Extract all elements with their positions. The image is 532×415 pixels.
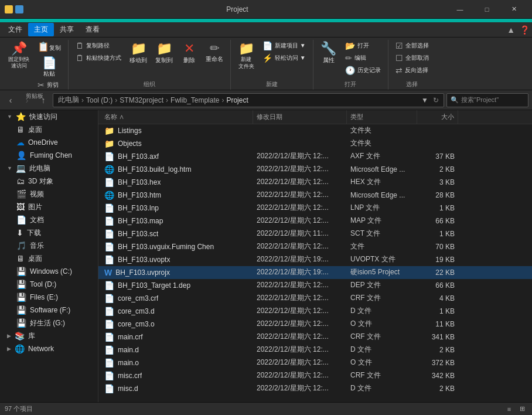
- paste-shortcut-button[interactable]: 🗒 粘贴快捷方式: [72, 52, 125, 64]
- table-row[interactable]: 📄 BH_F103.uvguix.Fuming Chen 2022/2/12/星…: [98, 240, 532, 253]
- move-to-button[interactable]: 📁 移动到: [126, 40, 151, 66]
- file-size-cell: 341 KB: [417, 333, 458, 341]
- view-detail-button[interactable]: ⊞: [517, 404, 527, 414]
- sidebar-item-onedrive[interactable]: ☁ OneDrive: [0, 136, 98, 149]
- delete-icon: ✕: [184, 42, 195, 55]
- back-button[interactable]: ‹: [4, 93, 18, 107]
- table-row[interactable]: 📄 main.d 2022/2/12/星期六 12:... D 文件 2 KB: [98, 343, 532, 356]
- sidebar-item-network[interactable]: ▶ 🌐 Network: [0, 342, 98, 355]
- table-row[interactable]: 📄 BH_F103.lnp 2022/2/12/星期六 12:... LNP 文…: [98, 202, 532, 215]
- file-date-cell: 2022/2/12/星期六 12:...: [253, 216, 347, 226]
- address-bar[interactable]: 此电脑 › Tool (D:) › STM32project › Fwlib_T…: [53, 93, 444, 107]
- edit-button[interactable]: ✏ 编辑: [342, 52, 384, 64]
- select-none-button[interactable]: ☐ 全部取消: [392, 52, 432, 64]
- sidebar-item-videos[interactable]: 🎬 视频: [0, 188, 98, 200]
- sidebar-item-3d-objects[interactable]: 🗂 3D 对象: [0, 175, 98, 188]
- sidebar-item-desktop2[interactable]: 🖥 桌面: [0, 252, 98, 265]
- maximize-button[interactable]: □: [473, 0, 500, 19]
- col-header-type[interactable]: 类型: [347, 110, 417, 124]
- close-button[interactable]: ✕: [500, 0, 527, 19]
- copy-to-button[interactable]: 📁 复制到: [152, 40, 176, 66]
- breadcrumb-pc[interactable]: 此电脑: [58, 95, 79, 105]
- paste-button[interactable]: 📄 粘贴: [34, 56, 64, 79]
- minimize-button[interactable]: —: [446, 0, 473, 19]
- refresh-icon[interactable]: ↻: [433, 96, 439, 104]
- sidebar-item-desktop[interactable]: 🖥 桌面: [0, 123, 98, 136]
- sidebar-item-software-f[interactable]: 💾 Software (F:): [0, 304, 98, 317]
- menu-view[interactable]: 查看: [80, 23, 105, 36]
- breadcrumb-project[interactable]: Project: [226, 96, 248, 104]
- sidebar-item-life-g[interactable]: 💾 好生活 (G:): [0, 317, 98, 329]
- invert-selection-button[interactable]: ⇄ 反向选择: [392, 64, 432, 76]
- table-row[interactable]: 📄 core_cm3.crf 2022/2/12/星期六 12:... CRF …: [98, 292, 532, 305]
- col-header-name[interactable]: 名称 ∧: [101, 110, 253, 124]
- new-item-button[interactable]: 📄 新建项目 ▼: [259, 40, 309, 52]
- table-row[interactable]: 📄 misc.d 2022/2/12/星期六 12:... D 文件 2 KB: [98, 382, 532, 395]
- table-row[interactable]: 📁 Objects 文件夹: [98, 137, 532, 150]
- breadcrumb-tool[interactable]: Tool (D:): [86, 96, 112, 104]
- menu-home[interactable]: 主页: [28, 23, 54, 36]
- table-row[interactable]: 📄 BH_F103.map 2022/2/12/星期六 12:... MAP 文…: [98, 215, 532, 227]
- col-header-size[interactable]: 大小: [417, 110, 458, 124]
- properties-button[interactable]: 🔧 属性: [317, 40, 340, 66]
- history-icon: 🕐: [345, 66, 355, 75]
- table-row[interactable]: 📄 misc.crf 2022/2/12/星期六 12:... CRF 文件 3…: [98, 369, 532, 382]
- table-row[interactable]: 📄 BH_F103.uvoptx 2022/2/12/星期六 19:... UV…: [98, 253, 532, 266]
- file-body: 📁 Listings 文件夹 📁 Objects 文件夹 📄 BH_F103.a…: [98, 124, 532, 402]
- copy-path-button[interactable]: 🗒 复制路径: [72, 40, 125, 52]
- table-row[interactable]: 📁 Listings 文件夹: [98, 124, 532, 137]
- forward-button[interactable]: ›: [20, 93, 34, 107]
- menu-share[interactable]: 共享: [54, 23, 80, 36]
- delete-button[interactable]: ✕ 删除: [178, 40, 201, 66]
- view-list-button[interactable]: ≡: [504, 404, 514, 414]
- breadcrumb-fwlib[interactable]: Fwlib_Template: [170, 96, 219, 104]
- file-type-cell: Microsoft Edge ...: [347, 191, 417, 199]
- select-label: 选择: [392, 79, 432, 90]
- table-row[interactable]: W BH_F103.uvprojx 2022/2/12/星期六 19:... 硬…: [98, 266, 532, 279]
- select-all-button[interactable]: ☑ 全部选择: [392, 40, 432, 52]
- sidebar-item-pictures[interactable]: 🖼 图片: [0, 200, 98, 213]
- sidebar-item-downloads[interactable]: ⬇ 下载: [0, 226, 98, 239]
- sidebar-item-quick-access[interactable]: ▼ ⭐ 快速访问: [0, 110, 98, 123]
- table-row[interactable]: 📄 main.o 2022/2/12/星期六 12:... O 文件 372 K…: [98, 356, 532, 369]
- menu-file[interactable]: 文件: [2, 23, 28, 36]
- quick-access-icon: ⭐: [16, 112, 26, 121]
- sidebar-item-library[interactable]: ▶ 📚 库: [0, 329, 98, 342]
- sidebar-item-this-pc[interactable]: ▼ 💻 此电脑: [0, 162, 98, 175]
- ribbon-collapse-icon[interactable]: ▲: [507, 25, 515, 35]
- clipboard-buttons: 📌 固定到快速访问 📋 复制 📄 粘贴 ✂ 剪切: [5, 40, 64, 91]
- table-row[interactable]: 📄 BH_F103.hex 2022/2/12/星期六 12:... HEX 文…: [98, 176, 532, 189]
- table-row[interactable]: 📄 BH_F103.axf 2022/2/12/星期六 12:... AXF 文…: [98, 150, 532, 163]
- file-name: BH_F103.htm: [118, 191, 161, 199]
- col-header-date[interactable]: 修改日期: [253, 110, 347, 124]
- sidebar-item-windows-c[interactable]: 💾 Windows (C:): [0, 265, 98, 278]
- cut-button[interactable]: ✂ 剪切: [34, 79, 64, 91]
- search-icon: 🔍: [451, 96, 459, 104]
- file-type-cell: D 文件: [347, 383, 417, 393]
- table-row[interactable]: 📄 core_cm3.o 2022/2/12/星期六 12:... O 文件 1…: [98, 318, 532, 331]
- pin-to-quick-access-button[interactable]: 📌 固定到快速访问: [5, 40, 33, 72]
- table-row[interactable]: 📄 BH_F103.sct 2022/2/12/星期六 11:... SCT 文…: [98, 227, 532, 240]
- table-row[interactable]: 📄 main.crf 2022/2/12/星期六 12:... CRF 文件 3…: [98, 331, 532, 343]
- sidebar-item-documents[interactable]: 📄 文档: [0, 213, 98, 226]
- new-folder-button[interactable]: 📁 新建文件夹: [234, 40, 258, 72]
- table-row[interactable]: 📄 core_cm3.d 2022/2/12/星期六 12:... D 文件 1…: [98, 305, 532, 318]
- sidebar-item-files-e[interactable]: 💾 Files (E:): [0, 291, 98, 304]
- history-button[interactable]: 🕐 历史记录: [342, 64, 384, 76]
- help-icon[interactable]: ❓: [520, 25, 530, 35]
- search-bar[interactable]: 🔍 搜索"Project": [446, 93, 528, 107]
- sidebar-item-fuming-chen[interactable]: 👤 Fuming Chen: [0, 149, 98, 162]
- file-name: core_cm3.crf: [118, 294, 158, 302]
- sidebar-item-tool-d[interactable]: 💾 Tool (D:): [0, 278, 98, 291]
- table-row[interactable]: 🌐 BH_F103.htm 2022/2/12/星期六 12:... Micro…: [98, 189, 532, 202]
- sidebar-item-music[interactable]: 🎵 音乐: [0, 239, 98, 252]
- open-button[interactable]: 📂 打开: [342, 40, 384, 52]
- file-size-cell: 66 KB: [417, 281, 458, 290]
- copy-button[interactable]: 📋 复制: [34, 40, 64, 55]
- rename-button[interactable]: ✏ 重命名: [202, 40, 227, 65]
- up-button[interactable]: ↑: [36, 93, 50, 107]
- table-row[interactable]: 📄 BH_F103_Target 1.dep 2022/2/12/星期六 12:…: [98, 279, 532, 292]
- easy-access-button[interactable]: ⚡ 轻松访问 ▼: [259, 52, 309, 64]
- table-row[interactable]: 🌐 BH_F103.build_log.htm 2022/2/12/星期六 12…: [98, 163, 532, 176]
- breadcrumb-stm32[interactable]: STM32project: [120, 96, 163, 104]
